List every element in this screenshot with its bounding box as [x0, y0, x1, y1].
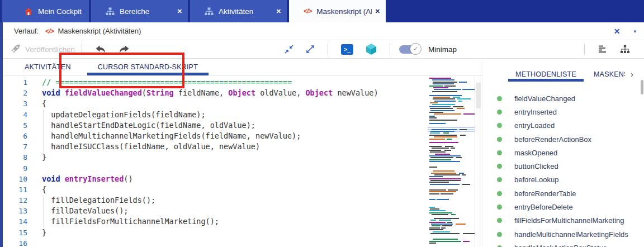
redo-button[interactable]: [119, 45, 130, 54]
minimap-row: [428, 195, 475, 196]
code-line-14[interactable]: 14 fillFieldsForMultichannelMarketing();: [3, 216, 428, 227]
method-item[interactable]: maskOpened: [497, 146, 644, 159]
method-item[interactable]: handleMaskActionBoxStatus: [497, 241, 644, 247]
panel-scrollbar-thumb[interactable]: [641, 80, 643, 94]
minimap-row: [428, 129, 475, 130]
minimap-row: [428, 229, 475, 230]
toggle-check-icon: ✓: [410, 43, 422, 55]
top-tab-2[interactable]: Bereiche✕: [91, 0, 188, 22]
editor-scrollbar-thumb[interactable]: [476, 83, 481, 108]
script-tab-1[interactable]: AKTIVITÄTEN: [11, 59, 84, 75]
method-dot-icon: [497, 137, 502, 142]
code-line-4[interactable]: 4 updateDelegationFields(fieldName);: [3, 110, 428, 120]
code-line-9[interactable]: 9: [3, 163, 428, 174]
code-line-3[interactable]: 3{: [3, 98, 428, 109]
minimap-row: [428, 170, 475, 172]
method-item[interactable]: entryBeforeDelete: [497, 200, 644, 213]
hierarchy-button[interactable]: [620, 45, 630, 54]
code-line-5[interactable]: 5 handleStartEndDateLogic(fieldName, old…: [3, 120, 428, 131]
line-number: 12: [3, 195, 31, 206]
method-dot-icon: [497, 110, 502, 115]
line-number: 5: [3, 120, 31, 131]
code-line-11[interactable]: 11{: [3, 184, 428, 195]
minimap-row: [428, 224, 475, 225]
method-item[interactable]: beforeRenderTable: [497, 187, 644, 200]
method-item[interactable]: entryInserted: [497, 105, 644, 118]
minimap-row: [428, 91, 475, 92]
code-line-8[interactable]: 8}: [3, 152, 428, 163]
minimap-row: [428, 210, 475, 211]
minimap[interactable]: [428, 76, 475, 247]
code-line-15[interactable]: 15}: [3, 227, 428, 238]
minimap-row: [428, 121, 475, 122]
method-item[interactable]: fieldValueChanged: [497, 92, 644, 105]
panel-tab-1[interactable]: METHODENLISTE: [508, 66, 584, 82]
code-line-10[interactable]: 10void entryInserted(): [3, 174, 428, 184]
toolbar-separator: [328, 44, 328, 55]
script-tab-2[interactable]: CURSOR STANDARD-SKRIPT: [84, 59, 211, 75]
top-tab-1[interactable]: Mein Cockpit: [2, 0, 89, 22]
code-line-2[interactable]: 2void fieldValueChanged(String fieldName…: [3, 88, 428, 98]
code-line-12[interactable]: 12 fillDelegationFields();: [3, 195, 428, 206]
close-icon[interactable]: ✕: [276, 8, 281, 15]
chevron-right-icon[interactable]: ›: [631, 66, 633, 82]
method-item[interactable]: handleMultichannelMarketingFields: [497, 227, 644, 241]
cube-button[interactable]: [366, 43, 377, 55]
undo-button[interactable]: [95, 45, 106, 54]
close-icon[interactable]: ✕: [614, 27, 621, 36]
minimap-row: [428, 188, 475, 189]
collapse-button[interactable]: [285, 45, 293, 54]
top-tab-label: Bereiche: [120, 7, 174, 16]
close-icon[interactable]: ✕: [375, 8, 380, 15]
minimap-row: [428, 184, 475, 185]
code-line-13[interactable]: 13 fillDateValues();: [3, 206, 428, 216]
minimap-row: [428, 97, 475, 98]
minimap-row: [428, 231, 475, 232]
top-tab-3[interactable]: Aktivitäten✕: [190, 0, 287, 22]
line-number: 13: [3, 206, 31, 216]
minimap-row: [428, 125, 475, 126]
method-dot-icon: [497, 218, 502, 223]
code-line-6[interactable]: 6 handleMultichannelMarketingFields(fiel…: [3, 131, 428, 141]
expand-icon: [306, 45, 315, 54]
breadcrumb-item[interactable]: Maskenskript (Aktivitäten): [58, 27, 141, 35]
expand-button[interactable]: [306, 45, 315, 54]
top-tab-4[interactable]: </>Maskenskript (Aktivit...✕: [289, 0, 386, 22]
method-item[interactable]: entryLoaded: [497, 119, 644, 132]
minimap-row: [428, 93, 475, 94]
minimap-row: [428, 117, 475, 118]
minimap-row: [428, 150, 475, 151]
method-dot-icon: [497, 96, 502, 101]
content-column: Verlauf: </> Maskenskript (Aktivitäten) …: [3, 22, 644, 247]
console-button[interactable]: >_: [341, 44, 353, 55]
method-label: fillFieldsForMultichannelMarketing: [514, 216, 624, 225]
method-label: maskOpened: [514, 149, 557, 157]
method-item[interactable]: beforeLookup: [497, 173, 644, 187]
code-line-1[interactable]: 1// ====================================…: [3, 77, 428, 88]
minimap-row: [428, 163, 475, 164]
minimap-row: [428, 136, 475, 137]
minimap-row: [428, 167, 475, 168]
chevron-down-icon[interactable]: ▾: [633, 28, 636, 34]
method-item[interactable]: fillFieldsForMultichannelMarketing: [497, 214, 644, 227]
panel-tab-2[interactable]: MASKENS: [594, 66, 625, 82]
minimap-toggle[interactable]: ✓: [399, 45, 419, 54]
line-number: 3: [3, 98, 31, 109]
method-item[interactable]: buttonClicked: [497, 159, 644, 173]
publish-button[interactable]: Veröffentlichen: [11, 44, 75, 55]
close-icon[interactable]: ✕: [177, 8, 182, 15]
code-lines[interactable]: 1// ====================================…: [3, 76, 428, 247]
method-item[interactable]: beforeRenderActionBox: [497, 132, 644, 146]
code-icon: </>: [304, 7, 311, 15]
home-icon: [24, 7, 33, 16]
minimap-row: [428, 131, 475, 132]
toolbar-separator: [390, 44, 390, 55]
editor-scrollbar[interactable]: [475, 76, 482, 247]
minimap-row: [428, 89, 475, 90]
toolbar: Veröffentlichen >_: [3, 40, 644, 59]
minimap-row: [428, 95, 475, 96]
code-line-7[interactable]: 7 handleISUCClass(fieldName, oldValue, n…: [3, 141, 428, 152]
code-line-16[interactable]: 16: [3, 238, 428, 247]
minimap-row: [428, 222, 475, 223]
script-list-button[interactable]: [598, 45, 608, 54]
